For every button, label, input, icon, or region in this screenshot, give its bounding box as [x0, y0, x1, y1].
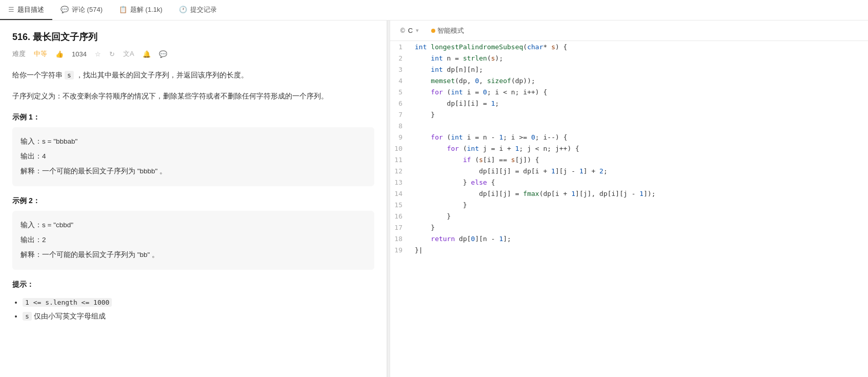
line-number: 5 — [390, 86, 411, 97]
lang-icon: © — [400, 27, 405, 34]
code-line: int n = strlen(s); — [411, 52, 868, 64]
left-panel: 516. 最长回文子序列 难度 中等 👍 1034 ☆ ↻ 文A 🔔 💬 给你一… — [0, 21, 387, 377]
code-line: memset(dp, 0, sizeof(dp)); — [411, 75, 868, 86]
language-label: C — [408, 27, 413, 34]
line-number: 13 — [390, 176, 411, 188]
line-number: 9 — [390, 131, 411, 143]
code-line: } — [411, 210, 868, 222]
table-row: 17 } — [390, 222, 868, 233]
code-line: } — [411, 199, 868, 210]
star-icon: ☆ — [95, 50, 101, 58]
table-row: 5 for (int i = 0; i < n; i++) { — [390, 86, 868, 97]
hint1: 1 <= s.length <= 1000 — [23, 295, 374, 309]
line-number: 15 — [390, 199, 411, 210]
code-line — [411, 120, 868, 131]
table-row: 1int longestPalindromeSubseq(char* s) { — [390, 41, 868, 52]
example1-box: 输入：s = "bbbab" 输出：4 解释：一个可能的最长回文子序列为 "bb… — [12, 127, 374, 186]
line-number: 11 — [390, 154, 411, 165]
top-nav: ☰ 题目描述 💬 评论 (574) 📋 题解 (1.1k) 🕐 提交记录 — [0, 0, 868, 21]
hints-title: 提示： — [12, 280, 374, 289]
line-number: 7 — [390, 109, 411, 120]
example2-box: 输入：s = "cbbd" 输出：2 解释：一个可能的最长回文子序列为 "bb"… — [12, 211, 374, 270]
example2-input: 输入：s = "cbbd" — [21, 218, 366, 232]
line-number: 2 — [390, 52, 411, 64]
example2-title: 示例 2： — [12, 196, 374, 206]
submissions-icon: 🕐 — [179, 6, 187, 13]
ai-mode-label: 智能模式 — [437, 26, 464, 35]
hint-list: 1 <= s.length <= 1000 s 仅由小写英文字母组成 — [12, 295, 374, 323]
hint2: s 仅由小写英文字母组成 — [23, 309, 374, 323]
right-panel: © C ▾ 智能模式 1int longestPalindromeSubseq(… — [390, 21, 868, 377]
code-line: for (int i = 0; i < n; i++) { — [411, 86, 868, 97]
description-icon: ☰ — [8, 6, 14, 13]
meta-row: 难度 中等 👍 1034 ☆ ↻ 文A 🔔 💬 — [12, 49, 374, 58]
difficulty-value: 中等 — [34, 49, 47, 58]
table-row: 8 — [390, 120, 868, 131]
comment-icon: 💬 — [60, 6, 69, 13]
table-row: 18 return dp[0][n - 1]; — [390, 233, 868, 244]
line-number: 19 — [390, 244, 411, 255]
tab-comments[interactable]: 💬 评论 (574) — [52, 0, 111, 20]
main-content: 516. 最长回文子序列 难度 中等 👍 1034 ☆ ↻ 文A 🔔 💬 给你一… — [0, 21, 868, 377]
translate-icon: 文A — [123, 49, 134, 58]
example1-explain: 解释：一个可能的最长回文子序列为 "bbbb" 。 — [21, 164, 366, 178]
problem-title: 516. 最长回文子序列 — [12, 31, 374, 43]
tab-description[interactable]: ☰ 题目描述 — [0, 0, 52, 20]
line-number: 18 — [390, 233, 411, 244]
language-selector[interactable]: © C ▾ — [396, 25, 423, 36]
difficulty-label: 难度 — [12, 49, 26, 58]
code-line: for (int j = i + 1; j < n; j++) { — [411, 143, 868, 154]
ai-dot — [431, 29, 435, 33]
code-line: } — [411, 222, 868, 233]
line-number: 17 — [390, 222, 411, 233]
table-row: 6 dp[i][i] = 1; — [390, 97, 868, 109]
example2-output: 输出：2 — [21, 233, 366, 247]
table-row: 3 int dp[n][n]; — [390, 64, 868, 75]
code-line: } — [411, 109, 868, 120]
example1-output: 输出：4 — [21, 149, 366, 163]
table-row: 11 if (s[i] == s[j]) { — [390, 154, 868, 165]
table-row: 14 dp[i][j] = fmax(dp[i + 1][j], dp[i][j… — [390, 188, 868, 199]
comment-small-icon: 💬 — [159, 50, 167, 58]
code-table: 1int longestPalindromeSubseq(char* s) {2… — [390, 41, 868, 255]
bell-icon: 🔔 — [143, 50, 151, 58]
solutions-icon: 📋 — [119, 6, 127, 13]
code-editor[interactable]: 1int longestPalindromeSubseq(char* s) {2… — [390, 41, 868, 377]
table-row: 2 int n = strlen(s); — [390, 52, 868, 64]
code-line: dp[i][j] = dp[i + 1][j - 1] + 2; — [411, 165, 868, 176]
code-line: int dp[n][n]; — [411, 64, 868, 75]
tab-submissions[interactable]: 🕐 提交记录 — [171, 0, 225, 20]
description-line1: 给你一个字符串 s ，找出其中最长的回文子序列，并返回该序列的长度。 — [12, 69, 374, 82]
table-row: 12 dp[i][j] = dp[i + 1][j - 1] + 2; — [390, 165, 868, 176]
line-number: 4 — [390, 75, 411, 86]
code-line: return dp[0][n - 1]; — [411, 233, 868, 244]
code-line: dp[i][j] = fmax(dp[i + 1][j], dp[i][j - … — [411, 188, 868, 199]
table-row: 9 for (int i = n - 1; i >= 0; i--) { — [390, 131, 868, 143]
line-number: 8 — [390, 120, 411, 131]
description-line2: 子序列定义为：不改变剩余字符顺序的情况下，删除某些字符或者不删除任何字符形成的一… — [12, 90, 374, 103]
line-number: 1 — [390, 41, 411, 52]
chevron-down-icon: ▾ — [416, 27, 419, 34]
line-number: 3 — [390, 64, 411, 75]
line-number: 12 — [390, 165, 411, 176]
code-line: }| — [411, 244, 868, 255]
table-row: 13 } else { — [390, 176, 868, 188]
line-number: 10 — [390, 143, 411, 154]
table-row: 7 } — [390, 109, 868, 120]
code-line: int longestPalindromeSubseq(char* s) { — [411, 41, 868, 52]
table-row: 16 } — [390, 210, 868, 222]
editor-toolbar: © C ▾ 智能模式 — [390, 21, 868, 41]
table-row: 4 memset(dp, 0, sizeof(dp)); — [390, 75, 868, 86]
refresh-icon: ↻ — [109, 50, 115, 58]
table-row: 10 for (int j = i + 1; j < n; j++) { — [390, 143, 868, 154]
line-number: 16 — [390, 210, 411, 222]
line-number: 6 — [390, 97, 411, 109]
line-number: 14 — [390, 188, 411, 199]
tab-solutions[interactable]: 📋 题解 (1.1k) — [111, 0, 171, 20]
example2-explain: 解释：一个可能的最长回文子序列为 "bb" 。 — [21, 248, 366, 262]
example1-input: 输入：s = "bbbab" — [21, 134, 366, 148]
code-line: } else { — [411, 176, 868, 188]
code-line: for (int i = n - 1; i >= 0; i--) { — [411, 131, 868, 143]
code-line: if (s[i] == s[j]) { — [411, 154, 868, 165]
ai-mode-badge: 智能模式 — [431, 26, 464, 35]
